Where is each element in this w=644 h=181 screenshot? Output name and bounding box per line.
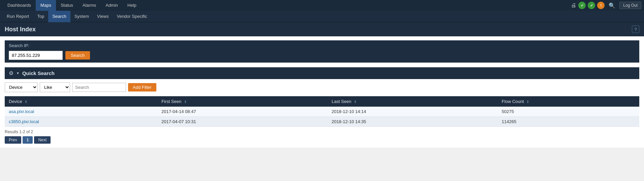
- cell-last-seen: 2018-12-10 14:14: [328, 107, 498, 117]
- cell-first-seen: 2017-04-14 08:47: [157, 107, 328, 117]
- col-device[interactable]: Device ⇕: [5, 96, 157, 107]
- first-seen-sort-icon: ⇕: [184, 100, 187, 104]
- check-icon-1: ✓: [578, 2, 586, 9]
- pagination: Prev 1 Next: [5, 136, 639, 144]
- top-navigation: Dashboards Maps Status Alarms Admin Help…: [0, 0, 644, 11]
- add-filter-button[interactable]: Add Filter: [128, 83, 156, 92]
- nav-dashboards[interactable]: Dashboards: [3, 0, 36, 11]
- main-content: Search IP: Search ⚙ ▼ Quick Search Devic…: [0, 36, 644, 148]
- device-sort-icon: ⇕: [25, 100, 27, 104]
- search-ip-button[interactable]: Search: [65, 51, 90, 60]
- quick-search-title: Quick Search: [22, 70, 55, 76]
- warning-icon: !: [597, 2, 605, 9]
- flow-count-sort-icon: ⇕: [526, 100, 529, 104]
- subnav-run-report[interactable]: Run Report: [3, 11, 33, 22]
- printer-icon[interactable]: 🖨: [571, 2, 576, 8]
- search-ip-input[interactable]: [9, 51, 63, 60]
- col-first-seen[interactable]: First Seen ⇕: [157, 96, 328, 107]
- nav-maps[interactable]: Maps: [36, 0, 56, 11]
- cell-device[interactable]: asa.plxr.local: [5, 107, 157, 117]
- cell-flow-count: 114265: [498, 117, 639, 127]
- condition-filter-select[interactable]: LikeEqualsContains: [40, 82, 70, 92]
- next-button[interactable]: Next: [34, 136, 51, 144]
- subnav-top[interactable]: Top: [33, 11, 48, 22]
- cell-flow-count: 50275: [498, 107, 639, 117]
- gear-icon: ⚙: [9, 70, 13, 76]
- quick-search-input[interactable]: [72, 83, 126, 92]
- subnav-vendor-specific[interactable]: Vendor Specific: [113, 11, 151, 22]
- filter-row: DeviceIPMACHostname LikeEqualsContains A…: [5, 82, 639, 92]
- results-info: Results 1-2 of 2: [5, 130, 639, 134]
- search-icon[interactable]: 🔍: [607, 2, 617, 9]
- col-last-seen[interactable]: Last Seen ⇕: [328, 96, 498, 107]
- nav-help[interactable]: Help: [123, 0, 141, 11]
- device-filter-select[interactable]: DeviceIPMACHostname: [5, 82, 38, 92]
- check-icon-2: ✓: [588, 2, 595, 9]
- table-row: c3850.plxr.local 2017-04-07 10:31 2018-1…: [5, 117, 639, 127]
- page-header: Host Index ?: [0, 22, 644, 36]
- cell-last-seen: 2018-12-10 14:35: [328, 117, 498, 127]
- sub-navigation: Run Report Top Search System Views Vendo…: [0, 11, 644, 22]
- chevron-down-icon: ▼: [16, 71, 20, 75]
- nav-status[interactable]: Status: [56, 0, 78, 11]
- subnav-system[interactable]: System: [70, 11, 93, 22]
- search-ip-label: Search IP:: [9, 43, 635, 48]
- page-title: Host Index: [5, 26, 36, 33]
- prev-button[interactable]: Prev: [5, 136, 21, 144]
- nav-admin[interactable]: Admin: [101, 0, 123, 11]
- page-number-button[interactable]: 1: [23, 136, 33, 144]
- col-flow-count[interactable]: Flow Count ⇕: [498, 96, 639, 107]
- results-table: Device ⇕ First Seen ⇕ Last Seen ⇕ Flow C…: [5, 96, 639, 127]
- cell-device[interactable]: c3850.plxr.local: [5, 117, 157, 127]
- logout-button[interactable]: Log Out: [619, 2, 641, 9]
- table-row: asa.plxr.local 2017-04-14 08:47 2018-12-…: [5, 107, 639, 117]
- cell-first-seen: 2017-04-07 10:31: [157, 117, 328, 127]
- subnav-search[interactable]: Search: [48, 11, 70, 22]
- search-ip-section: Search IP: Search: [5, 40, 639, 63]
- last-seen-sort-icon: ⇕: [354, 100, 357, 104]
- help-icon[interactable]: ?: [632, 26, 639, 33]
- subnav-views[interactable]: Views: [93, 11, 113, 22]
- nav-alarms[interactable]: Alarms: [78, 0, 101, 11]
- quick-search-header: ⚙ ▼ Quick Search: [5, 67, 639, 79]
